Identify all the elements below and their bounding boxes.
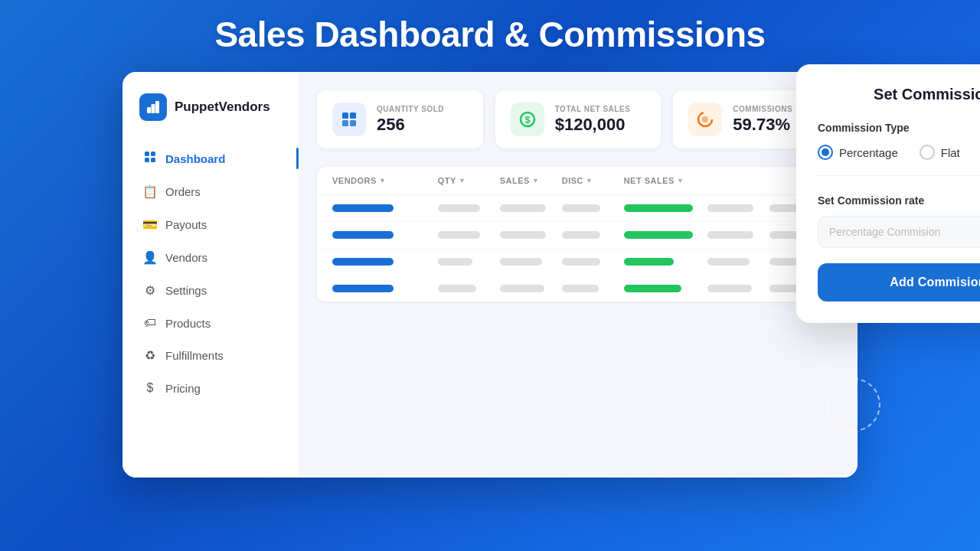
products-icon: 🏷 [142, 316, 158, 330]
svg-point-14 [702, 116, 708, 122]
commission-stat-info: COMMISSIONS 59.73% [733, 105, 792, 135]
radio-flat-circle [920, 145, 935, 160]
stats-row: QUANTITY SOLD 256 $ TOTAL NET SALES $120… [317, 90, 839, 148]
payouts-icon: 💳 [142, 217, 158, 232]
col-qty[interactable]: QTY ▼ [438, 176, 492, 185]
table-body [317, 195, 839, 302]
sidebar-label-products: Products [165, 317, 211, 330]
main-content: QUANTITY SOLD 256 $ TOTAL NET SALES $120… [299, 72, 858, 478]
radio-percentage-label: Percentage [839, 146, 898, 159]
col-vendors[interactable]: VENDORS ▼ [332, 176, 430, 185]
col-disc[interactable]: DISC ▼ [562, 176, 616, 185]
rate-placeholder-text: Percentage Commision [829, 226, 980, 238]
qty-stat-info: QUANTITY SOLD 256 [377, 105, 444, 135]
logo-icon [139, 93, 167, 121]
svg-rect-2 [155, 101, 159, 113]
sidebar-item-payouts[interactable]: 💳 Payouts [132, 209, 289, 240]
svg-rect-9 [342, 112, 348, 119]
sales-value: $120,000 [555, 115, 631, 135]
table-row [317, 249, 839, 276]
sidebar-item-orders[interactable]: 📋 Orders [132, 176, 289, 207]
svg-rect-3 [145, 152, 149, 156]
sidebar-logo: PuppetVendors [122, 93, 299, 142]
radio-percentage-circle [818, 145, 833, 160]
data-table: VENDORS ▼ QTY ▼ SALES ▼ DISC ▼ NET SALES [317, 167, 839, 302]
commissions-panel: Set Commissions Commission Type Percenta… [796, 64, 980, 323]
sidebar-label-settings: Settings [165, 284, 207, 297]
qty-label: QUANTITY SOLD [377, 105, 444, 113]
orders-icon: 📋 [142, 184, 158, 199]
sidebar-item-vendors[interactable]: 👤 Vendors [132, 242, 289, 273]
app-window: PuppetVendors Dashboard 📋 Orders [122, 72, 858, 478]
table-row [317, 195, 839, 222]
net-sort-icon: ▼ [677, 177, 684, 184]
commission-type-label: Commission Type [818, 122, 980, 134]
sidebar-label-payouts: Payouts [165, 218, 207, 231]
sales-sort-icon: ▼ [532, 177, 539, 184]
table-header: VENDORS ▼ QTY ▼ SALES ▼ DISC ▼ NET SALES [317, 167, 839, 195]
stat-qty-sold: QUANTITY SOLD 256 [317, 90, 483, 148]
radio-flat-label: Flat [941, 146, 960, 159]
svg-rect-5 [145, 158, 149, 162]
svg-text:$: $ [524, 114, 531, 126]
disc-sort-icon: ▼ [586, 177, 593, 184]
qty-value: 256 [377, 115, 444, 135]
logo-name: PuppetVendors [175, 99, 270, 115]
sales-label: TOTAL NET SALES [555, 105, 631, 113]
sales-stat-info: TOTAL NET SALES $120,000 [555, 105, 631, 135]
commission-icon-wrap [688, 103, 722, 136]
qty-icon-wrap [332, 103, 366, 136]
sidebar-label-vendors: Vendors [165, 251, 207, 264]
svg-rect-8 [350, 120, 356, 126]
panel-title: Set Commissions [818, 86, 980, 103]
commission-type-radio-group: Percentage Flat [818, 145, 980, 176]
sidebar-label-dashboard: Dashboard [165, 152, 225, 165]
sidebar-label-orders: Orders [165, 185, 201, 198]
svg-rect-6 [151, 158, 155, 162]
commission-value: 59.73% [733, 115, 792, 135]
dashed-circle-decoration [827, 378, 880, 432]
sidebar-item-fulfillments[interactable]: ♻ Fulfillments [132, 340, 289, 371]
fulfillments-icon: ♻ [142, 348, 158, 363]
pricing-icon: $ [142, 381, 158, 395]
sidebar-item-dashboard[interactable]: Dashboard [132, 142, 289, 174]
settings-icon: ⚙ [142, 283, 158, 298]
sales-icon-wrap: $ [511, 103, 544, 136]
sidebar-item-settings[interactable]: ⚙ Settings [132, 275, 289, 306]
dashboard-icon [142, 151, 158, 166]
col-sales[interactable]: SALES ▼ [500, 176, 554, 185]
page-title: Sales Dashboard & Commissions [214, 14, 765, 55]
svg-rect-10 [350, 112, 356, 119]
table-row [317, 276, 839, 302]
sidebar-item-products[interactable]: 🏷 Products [132, 308, 289, 338]
svg-rect-7 [342, 120, 348, 126]
table-row [317, 222, 839, 249]
sidebar-label-fulfillments: Fulfillments [165, 349, 224, 362]
commission-rate-label: Set Commission rate [818, 194, 980, 207]
svg-rect-4 [151, 152, 155, 156]
sidebar-item-pricing[interactable]: $ Pricing [132, 373, 289, 403]
vendors-icon: 👤 [142, 250, 158, 265]
vendors-sort-icon: ▼ [379, 177, 386, 184]
sidebar-label-pricing: Pricing [165, 382, 201, 395]
svg-rect-0 [147, 107, 151, 113]
radio-percentage[interactable]: Percentage [818, 145, 898, 160]
col-net-sales[interactable]: NET SALES ▼ [624, 176, 700, 185]
col-6 [707, 176, 762, 185]
stat-net-sales: $ TOTAL NET SALES $120,000 [495, 90, 662, 148]
svg-rect-1 [152, 104, 155, 113]
commission-label: COMMISSIONS [733, 105, 792, 113]
sidebar-navigation: Dashboard 📋 Orders 💳 Payouts 👤 Vendors ⚙… [122, 142, 299, 403]
add-commission-button[interactable]: Add Commision [818, 263, 980, 302]
qty-sort-icon: ▼ [459, 177, 466, 184]
radio-flat[interactable]: Flat [920, 145, 960, 160]
rate-input-wrap[interactable]: Percentage Commision 30% ⊞ [818, 216, 980, 248]
sidebar: PuppetVendors Dashboard 📋 Orders [122, 72, 299, 478]
